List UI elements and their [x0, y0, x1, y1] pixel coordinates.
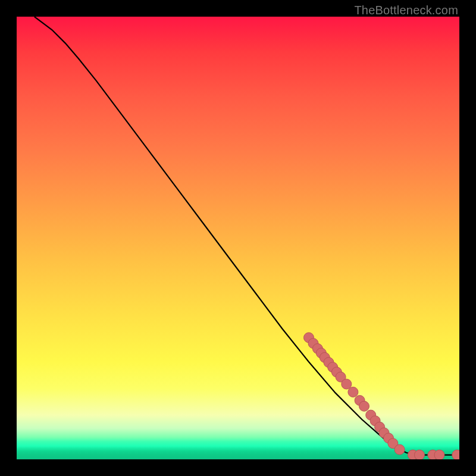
- bottleneck-curve: [35, 17, 459, 455]
- plot-area: [17, 17, 459, 459]
- data-marker: [434, 450, 444, 459]
- data-markers: [304, 333, 460, 459]
- data-marker: [342, 379, 352, 389]
- chart-frame: TheBottleneck.com: [0, 0, 476, 476]
- data-marker: [452, 450, 459, 459]
- data-marker: [348, 387, 358, 397]
- data-marker: [394, 444, 405, 455]
- data-marker: [415, 450, 425, 459]
- data-marker: [359, 401, 369, 411]
- watermark-text: TheBottleneck.com: [354, 4, 458, 17]
- plot-overlay: [17, 17, 459, 459]
